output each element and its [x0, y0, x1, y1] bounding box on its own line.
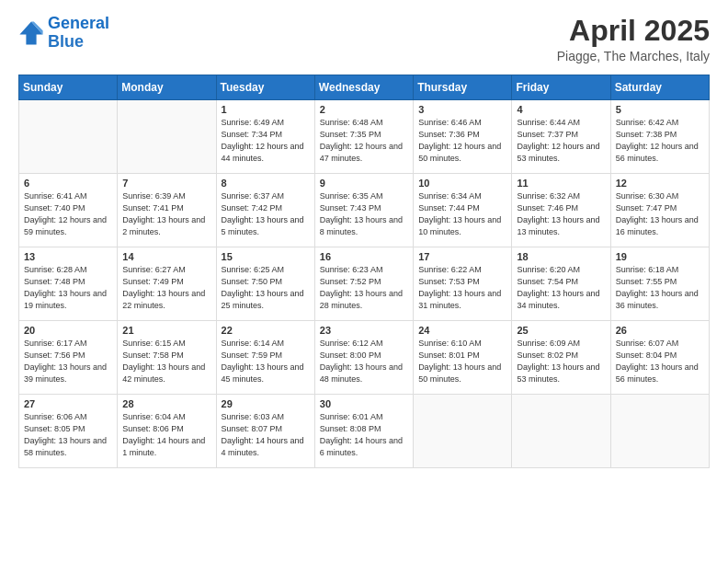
day-info: Sunrise: 6:23 AMSunset: 7:52 PMDaylight:… — [320, 264, 408, 312]
day-info: Sunrise: 6:30 AMSunset: 7:47 PMDaylight:… — [616, 190, 704, 238]
table-row: 16Sunrise: 6:23 AMSunset: 7:52 PMDayligh… — [314, 247, 413, 321]
day-info: Sunrise: 6:15 AMSunset: 7:58 PMDaylight:… — [122, 338, 210, 385]
day-number: 12 — [616, 178, 704, 189]
day-number: 4 — [517, 104, 605, 115]
day-number: 18 — [517, 251, 605, 262]
table-row: 2Sunrise: 6:48 AMSunset: 7:35 PMDaylight… — [314, 100, 413, 174]
table-row: 30Sunrise: 6:01 AMSunset: 8:08 PMDayligh… — [314, 395, 413, 468]
col-thursday: Thursday — [414, 75, 512, 100]
table-row: 7Sunrise: 6:39 AMSunset: 7:41 PMDaylight… — [118, 174, 216, 247]
logo-line1: General — [48, 14, 109, 32]
day-number: 30 — [320, 398, 408, 409]
day-info: Sunrise: 6:42 AMSunset: 7:38 PMDaylight:… — [616, 117, 704, 165]
day-number: 8 — [222, 178, 310, 189]
logo-text: General Blue — [48, 15, 109, 52]
table-row — [118, 100, 216, 174]
day-number: 27 — [24, 398, 112, 409]
calendar-week-row: 1Sunrise: 6:49 AMSunset: 7:34 PMDaylight… — [19, 100, 710, 174]
day-number: 20 — [24, 325, 112, 336]
table-row: 21Sunrise: 6:15 AMSunset: 7:58 PMDayligh… — [118, 321, 216, 395]
day-info: Sunrise: 6:09 AMSunset: 8:02 PMDaylight:… — [517, 338, 605, 385]
day-info: Sunrise: 6:17 AMSunset: 7:56 PMDaylight:… — [24, 338, 112, 385]
day-number: 14 — [122, 251, 210, 262]
day-info: Sunrise: 6:27 AMSunset: 7:49 PMDaylight:… — [122, 264, 210, 312]
table-row: 4Sunrise: 6:44 AMSunset: 7:37 PMDaylight… — [512, 100, 610, 174]
table-row: 5Sunrise: 6:42 AMSunset: 7:38 PMDaylight… — [610, 100, 709, 174]
day-number: 11 — [517, 178, 605, 189]
day-number: 6 — [24, 178, 112, 189]
day-info: Sunrise: 6:03 AMSunset: 8:07 PMDaylight:… — [222, 411, 310, 459]
day-number: 22 — [222, 325, 310, 336]
table-row: 13Sunrise: 6:28 AMSunset: 7:48 PMDayligh… — [19, 247, 118, 321]
table-row: 14Sunrise: 6:27 AMSunset: 7:49 PMDayligh… — [118, 247, 216, 321]
month-title: April 2025 — [557, 15, 710, 47]
calendar-week-row: 27Sunrise: 6:06 AMSunset: 8:05 PMDayligh… — [19, 395, 710, 468]
table-row: 12Sunrise: 6:30 AMSunset: 7:47 PMDayligh… — [610, 174, 709, 247]
day-number: 28 — [122, 398, 210, 409]
day-number: 19 — [616, 251, 704, 262]
day-number: 13 — [24, 251, 112, 262]
table-row: 6Sunrise: 6:41 AMSunset: 7:40 PMDaylight… — [19, 174, 118, 247]
col-sunday: Sunday — [19, 75, 118, 100]
table-row: 27Sunrise: 6:06 AMSunset: 8:05 PMDayligh… — [19, 395, 118, 468]
col-saturday: Saturday — [610, 75, 709, 100]
table-row: 17Sunrise: 6:22 AMSunset: 7:53 PMDayligh… — [414, 247, 512, 321]
table-row: 25Sunrise: 6:09 AMSunset: 8:02 PMDayligh… — [512, 321, 610, 395]
day-number: 16 — [320, 251, 408, 262]
col-wednesday: Wednesday — [314, 75, 413, 100]
logo-icon — [18, 20, 44, 46]
day-number: 26 — [616, 325, 704, 336]
day-number: 3 — [418, 104, 506, 115]
col-monday: Monday — [118, 75, 216, 100]
calendar-week-row: 20Sunrise: 6:17 AMSunset: 7:56 PMDayligh… — [19, 321, 710, 395]
subtitle: Piagge, The Marches, Italy — [557, 49, 710, 63]
table-row: 19Sunrise: 6:18 AMSunset: 7:55 PMDayligh… — [610, 247, 709, 321]
calendar-week-row: 6Sunrise: 6:41 AMSunset: 7:40 PMDaylight… — [19, 174, 710, 247]
day-number: 17 — [418, 251, 506, 262]
day-info: Sunrise: 6:28 AMSunset: 7:48 PMDaylight:… — [24, 264, 112, 312]
day-number: 9 — [320, 178, 408, 189]
table-row — [610, 395, 709, 468]
day-info: Sunrise: 6:39 AMSunset: 7:41 PMDaylight:… — [122, 190, 210, 238]
logo-line2: Blue — [48, 32, 84, 51]
day-number: 5 — [616, 104, 704, 115]
table-row — [19, 100, 118, 174]
table-row — [414, 395, 512, 468]
day-info: Sunrise: 6:01 AMSunset: 8:08 PMDaylight:… — [320, 411, 408, 459]
title-section: April 2025 Piagge, The Marches, Italy — [557, 15, 710, 63]
day-number: 25 — [517, 325, 605, 336]
table-row: 29Sunrise: 6:03 AMSunset: 8:07 PMDayligh… — [216, 395, 314, 468]
day-info: Sunrise: 6:10 AMSunset: 8:01 PMDaylight:… — [418, 338, 506, 385]
day-info: Sunrise: 6:34 AMSunset: 7:44 PMDaylight:… — [418, 190, 506, 238]
table-row: 3Sunrise: 6:46 AMSunset: 7:36 PMDaylight… — [414, 100, 512, 174]
day-info: Sunrise: 6:04 AMSunset: 8:06 PMDaylight:… — [122, 411, 210, 459]
page: General Blue April 2025 Piagge, The Marc… — [0, 0, 728, 563]
day-number: 7 — [122, 178, 210, 189]
day-info: Sunrise: 6:48 AMSunset: 7:35 PMDaylight:… — [320, 117, 408, 165]
day-info: Sunrise: 6:46 AMSunset: 7:36 PMDaylight:… — [418, 117, 506, 165]
svg-marker-0 — [19, 21, 42, 44]
table-row: 15Sunrise: 6:25 AMSunset: 7:50 PMDayligh… — [216, 247, 314, 321]
day-number: 29 — [222, 398, 310, 409]
header: General Blue April 2025 Piagge, The Marc… — [18, 15, 710, 63]
table-row: 9Sunrise: 6:35 AMSunset: 7:43 PMDaylight… — [314, 174, 413, 247]
day-info: Sunrise: 6:44 AMSunset: 7:37 PMDaylight:… — [517, 117, 605, 165]
table-row: 23Sunrise: 6:12 AMSunset: 8:00 PMDayligh… — [314, 321, 413, 395]
table-row: 10Sunrise: 6:34 AMSunset: 7:44 PMDayligh… — [414, 174, 512, 247]
table-row: 18Sunrise: 6:20 AMSunset: 7:54 PMDayligh… — [512, 247, 610, 321]
table-row: 20Sunrise: 6:17 AMSunset: 7:56 PMDayligh… — [19, 321, 118, 395]
day-info: Sunrise: 6:37 AMSunset: 7:42 PMDaylight:… — [222, 190, 310, 238]
day-number: 2 — [320, 104, 408, 115]
day-info: Sunrise: 6:49 AMSunset: 7:34 PMDaylight:… — [222, 117, 310, 165]
day-info: Sunrise: 6:12 AMSunset: 8:00 PMDaylight:… — [320, 338, 408, 385]
day-info: Sunrise: 6:14 AMSunset: 7:59 PMDaylight:… — [222, 338, 310, 385]
calendar-table: Sunday Monday Tuesday Wednesday Thursday… — [18, 75, 710, 468]
table-row: 1Sunrise: 6:49 AMSunset: 7:34 PMDaylight… — [216, 100, 314, 174]
col-friday: Friday — [512, 75, 610, 100]
table-row: 8Sunrise: 6:37 AMSunset: 7:42 PMDaylight… — [216, 174, 314, 247]
logo: General Blue — [18, 15, 109, 52]
table-row: 11Sunrise: 6:32 AMSunset: 7:46 PMDayligh… — [512, 174, 610, 247]
day-number: 1 — [222, 104, 310, 115]
day-info: Sunrise: 6:06 AMSunset: 8:05 PMDaylight:… — [24, 411, 112, 459]
calendar-header-row: Sunday Monday Tuesday Wednesday Thursday… — [19, 75, 710, 100]
